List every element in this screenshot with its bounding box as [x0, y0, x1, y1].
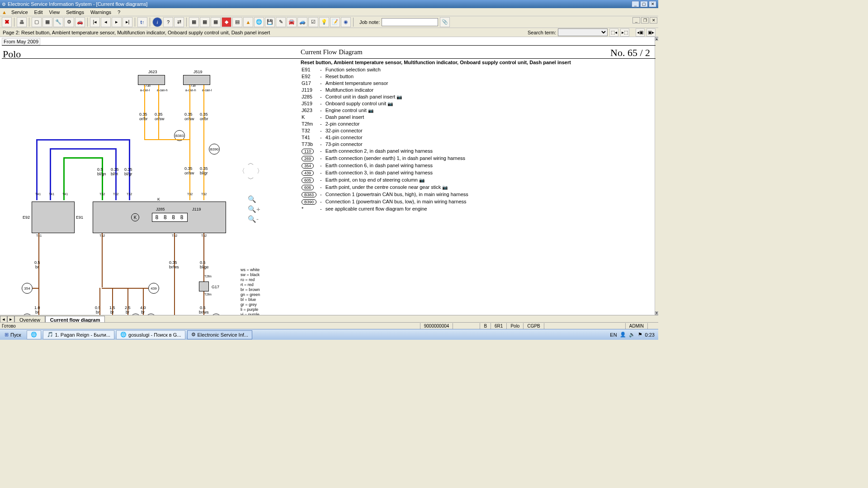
nav-last-button[interactable]: ▸|	[123, 17, 132, 27]
jobnote-attach-button[interactable]: 📎	[440, 17, 450, 27]
wrench-button[interactable]: 🔧	[53, 17, 63, 27]
scroll-down-button[interactable]: ▾	[655, 311, 658, 315]
connector-j519	[183, 75, 210, 85]
bus-top-2	[50, 148, 115, 150]
wire-size-b1: 0.5	[97, 167, 103, 172]
save-button[interactable]: 💾	[265, 17, 275, 27]
menu-settings[interactable]: Settings	[63, 9, 87, 15]
status-empty2	[544, 323, 625, 329]
taskbar-item-2[interactable]: 🌐gosuslugi - Поиск в G...	[116, 330, 185, 339]
legend-row: 605-Earth point, on top end of steering …	[302, 177, 471, 183]
label-t32-3: T32	[127, 192, 132, 196]
nav-next-button[interactable]: ▸	[112, 17, 122, 27]
warn-button[interactable]: ▲	[243, 17, 253, 27]
from-date: From May 2009	[2, 38, 40, 45]
toolbar: ✖ 🖶 ▢ ▦ 🔧 ⚙ 🚗 |◂ ◂ ▸ ▸| t↑ i ? ⇄ ▦ ▦ ▦ ◆…	[0, 16, 658, 28]
jobnote-input[interactable]	[382, 18, 438, 26]
up-button[interactable]: t↑	[137, 17, 147, 27]
status-doc: 9000000004	[420, 323, 453, 329]
status-empty	[453, 323, 480, 329]
wire-size-g5: 4.0	[140, 305, 146, 310]
doc-new-button[interactable]: ▢	[32, 17, 42, 27]
wire-col-g2: br	[96, 310, 99, 314]
grid3-button[interactable]: ▦	[211, 17, 221, 27]
taskbar-item-1[interactable]: 🎵1. Pagan Reign - Были...	[43, 330, 114, 339]
scroll-up-button[interactable]: ▴	[655, 37, 658, 41]
doc-grid-button[interactable]: ▦	[42, 17, 52, 27]
label-k: K	[157, 197, 160, 202]
info-button[interactable]: i	[152, 17, 162, 27]
vertical-scrollbar[interactable]: ▴ ▾	[655, 37, 658, 315]
bookmark-prev-button[interactable]: ◂▣	[636, 28, 645, 37]
tray-lang[interactable]: EN	[610, 332, 617, 338]
wire-size-g3: 1.5	[109, 305, 115, 310]
menu-edit[interactable]: Edit	[31, 9, 46, 15]
print-button[interactable]: 🖶	[17, 17, 27, 27]
minimize-button[interactable]: _	[632, 1, 639, 7]
wire-col-b1: bl/gn	[97, 172, 106, 176]
search-prev-button[interactable]: ⬚◂	[609, 28, 618, 37]
legend-row: K-Dash panel insert	[302, 114, 471, 120]
wire-h	[144, 139, 189, 140]
menu-service[interactable]: Service	[8, 9, 31, 15]
start-button[interactable]: ⊞ Пуск	[0, 332, 26, 338]
menu-view[interactable]: View	[46, 9, 63, 15]
engine-button[interactable]: ⚙	[64, 17, 74, 27]
wire-size-4: 0.35	[200, 112, 208, 117]
car2-button[interactable]: 🚘	[287, 17, 297, 27]
nav-first-button[interactable]: |◂	[90, 17, 100, 27]
grid1-button[interactable]: ▦	[189, 17, 199, 27]
discard-button[interactable]: ✖	[2, 17, 12, 27]
k-icon: K	[131, 213, 139, 221]
note-button[interactable]: 📝	[330, 17, 340, 27]
wire-col-b2: bl/vi	[111, 172, 118, 176]
status-vehicle: Polo	[506, 323, 523, 329]
doc-button[interactable]: ▤	[232, 17, 242, 27]
vehicle-button[interactable]: 🚗	[75, 17, 85, 27]
check-button[interactable]: ☑	[308, 17, 318, 27]
window-titlebar: ⚙ Electronic Service Information System …	[0, 0, 658, 8]
pencil-button[interactable]: ✎	[276, 17, 286, 27]
bookmark-next-button[interactable]: ▣▸	[646, 28, 656, 37]
search-next-button[interactable]: ▸⬚	[620, 28, 629, 37]
taskbar-item-3[interactable]: ⚙Electronic Service Inf...	[187, 330, 253, 339]
circle-button[interactable]: ◉	[341, 17, 351, 27]
swap-button[interactable]: ⇄	[174, 17, 184, 27]
sensor-g17	[199, 282, 209, 291]
menu-warnings[interactable]: Warnings	[87, 9, 114, 15]
car3-button[interactable]: 🚙	[297, 17, 307, 27]
mdi-close-button[interactable]: ✕	[650, 17, 657, 23]
mdi-restore-button[interactable]: ❐	[641, 17, 649, 23]
grid2-button[interactable]: ▦	[200, 17, 210, 27]
status-code: 6R1	[491, 323, 506, 329]
legend-row: E91-Function selection switch	[302, 67, 471, 73]
separator	[87, 18, 88, 27]
tab-overview-label: Overview	[19, 317, 40, 323]
taskbar-pinned-chrome[interactable]: 🌐	[27, 330, 41, 339]
globe-button[interactable]: 🌐	[254, 17, 264, 27]
bus-top-3	[63, 157, 102, 159]
legend-row: T73b-73-pin connector	[302, 141, 471, 147]
tray-flag-icon[interactable]: ⚑	[638, 332, 642, 338]
header-rule-1	[2, 45, 656, 46]
search-term-input[interactable]	[558, 28, 608, 36]
wire-col-g4: br	[126, 310, 129, 314]
window-title: Electronic Service Information System - …	[8, 1, 147, 7]
label-can-h-b: a-can-h	[185, 89, 196, 92]
stop-button[interactable]: ◆	[222, 17, 231, 27]
app-icon: ⚙	[2, 2, 6, 7]
tray-volume-icon[interactable]: 🔈	[629, 332, 635, 338]
bus-top-1	[36, 139, 129, 141]
maximize-button[interactable]: ▢	[640, 1, 648, 7]
status-b: B	[480, 323, 491, 329]
close-button[interactable]: ✕	[649, 1, 656, 7]
nav-prev-button[interactable]: ◂	[101, 17, 111, 27]
wire-br-3	[174, 233, 175, 319]
bulb-button[interactable]: 💡	[319, 17, 329, 27]
tray-clock[interactable]: 0:23	[645, 332, 655, 338]
tray-person-icon[interactable]: 👤	[620, 332, 626, 338]
help-button[interactable]: ?	[163, 17, 173, 27]
block-k: K 8 8 8 8	[93, 202, 226, 233]
menu-help[interactable]: ?	[114, 9, 123, 15]
mdi-minimize-button[interactable]: _	[632, 17, 640, 23]
